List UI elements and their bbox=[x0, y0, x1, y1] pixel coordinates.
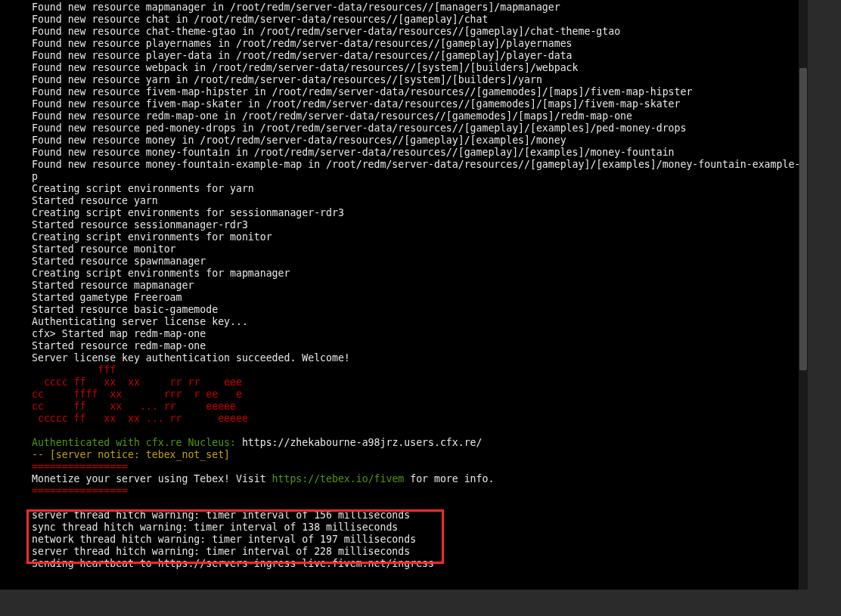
terminal-text-segment: Started resource sessionmanager-rdr3 bbox=[32, 219, 248, 231]
terminal-line: Found new resource money-fountain-exampl… bbox=[32, 159, 808, 183]
terminal-text-segment: Authenticating server license key... bbox=[32, 316, 248, 327]
terminal-text-segment: Creating script environments for mapmana… bbox=[32, 268, 290, 279]
terminal-text-segment: Found new resource chat in /root/redm/se… bbox=[32, 14, 488, 25]
terminal-text-segment: Creating script environments for yarn bbox=[32, 183, 254, 194]
terminal-text-segment: Creating script environments for monitor bbox=[32, 231, 272, 243]
terminal-line: Found new resource chat-theme-gtao in /r… bbox=[32, 26, 808, 38]
terminal-line: Started resource mapmanager bbox=[32, 280, 808, 292]
terminal-text-segment: Found new resource fivem-map-skater in /… bbox=[32, 98, 680, 110]
terminal-line: ================ bbox=[32, 461, 808, 473]
terminal-line: Started resource sessionmanager-rdr3 bbox=[32, 219, 808, 231]
terminal-text-segment: Started resource redm-map-one bbox=[32, 340, 206, 351]
terminal-text-segment: sync thread hitch warning: timer interva… bbox=[32, 522, 398, 533]
terminal-line: Sending heartbeat to https://servers-ing… bbox=[32, 558, 808, 570]
terminal-line: sync thread hitch warning: timer interva… bbox=[32, 522, 808, 534]
terminal-line: cc ff xx ... rr eeeee bbox=[32, 401, 808, 413]
terminal-text-segment: Started resource monitor bbox=[32, 243, 176, 255]
terminal-line: ================ bbox=[32, 485, 808, 497]
terminal-line: Found new resource fivem-map-skater in /… bbox=[32, 98, 808, 110]
terminal-text-segment: Started gametype Freeroam bbox=[32, 292, 182, 303]
terminal-text-segment: Found new resource mapmanager in /root/r… bbox=[32, 2, 560, 13]
terminal-text-segment: Sending heartbeat to https://servers-ing… bbox=[32, 558, 434, 569]
terminal-text-segment: server thread hitch warning: timer inter… bbox=[32, 546, 410, 557]
terminal-line: server thread hitch warning: timer inter… bbox=[32, 509, 808, 522]
terminal-line: Found new resource fivem-map-hipster in … bbox=[32, 86, 808, 98]
terminal-text-segment: Started resource yarn bbox=[32, 195, 158, 206]
terminal-line: Found new resource player-data in /root/… bbox=[32, 50, 808, 62]
scrollbar-thumb[interactable] bbox=[799, 68, 807, 370]
terminal-line: Started resource basic-gamemode bbox=[32, 304, 808, 316]
terminal-text-segment bbox=[32, 497, 38, 509]
terminal-line: Server license key authentication succee… bbox=[32, 352, 808, 364]
terminal-text-segment: Authenticated with cfx.re Nucleus: bbox=[32, 437, 236, 448]
terminal-line: Authenticating server license key... bbox=[32, 316, 808, 328]
terminal-line: Creating script environments for monitor bbox=[32, 231, 808, 243]
terminal-line: Found new resource chat in /root/redm/se… bbox=[32, 14, 808, 26]
terminal-text-segment: cc ff xx ... rr eeeee bbox=[32, 401, 272, 412]
terminal-text-segment: Found new resource redm-map-one in /root… bbox=[32, 110, 632, 122]
terminal-text-segment: Found new resource money-fountain in /ro… bbox=[32, 147, 675, 158]
terminal-line: Creating script environments for session… bbox=[32, 207, 808, 219]
terminal-line: cc ffff xx rrr r ee e bbox=[32, 388, 808, 401]
terminal-text-segment: cccc ff xx xx rr rr eee bbox=[32, 376, 272, 388]
terminal-window[interactable]: Found new resource mapmanager in /root/r… bbox=[0, 0, 808, 590]
terminal-text-segment: cc ffff xx rrr r ee e bbox=[32, 388, 272, 400]
terminal-line: Started gametype Freeroam bbox=[32, 292, 808, 304]
terminal-line: network thread hitch warning: timer inte… bbox=[32, 534, 808, 546]
terminal-line: Found new resource ped-money-drops in /r… bbox=[32, 122, 808, 135]
terminal-line: cccc ff xx xx rr rr eee bbox=[32, 376, 808, 388]
terminal-line: Found new resource money-fountain in /ro… bbox=[32, 147, 808, 159]
terminal-text-segment: network thread hitch warning: timer inte… bbox=[32, 534, 416, 545]
terminal-text-segment: Started resource spawnmanager bbox=[32, 255, 206, 267]
terminal-text-segment: Started resource mapmanager bbox=[32, 280, 194, 291]
terminal-text-segment: Creating script environments for session… bbox=[32, 207, 344, 218]
terminal-text-segment: https://zhekabourne-a98jrz.users.cfx.re/ bbox=[236, 437, 483, 448]
terminal-text-segment: server thread hitch warning: timer inter… bbox=[32, 509, 410, 521]
terminal-text-segment: Started resource basic-gamemode bbox=[32, 304, 218, 315]
terminal-line: Monetize your server using Tebex! Visit … bbox=[32, 473, 808, 485]
terminal-text-segment: ================ bbox=[32, 461, 128, 472]
terminal-text-segment: Found new resource fivem-map-hipster in … bbox=[32, 86, 692, 98]
terminal-line: Found new resource yarn in /root/redm/se… bbox=[32, 74, 808, 86]
terminal-text-segment: Found new resource money-fountain-exampl… bbox=[32, 159, 808, 182]
terminal-text-segment: for more info. bbox=[404, 473, 494, 484]
terminal-text-segment: Found new resource ped-money-drops in /r… bbox=[32, 122, 686, 134]
scrollbar-track[interactable] bbox=[799, 0, 808, 590]
terminal-text-segment: Found new resource money in /root/redm/s… bbox=[32, 135, 566, 146]
terminal-line: ccccc ff xx xx ... rr eeeee bbox=[32, 413, 808, 425]
terminal-line: Authenticated with cfx.re Nucleus: https… bbox=[32, 437, 808, 449]
terminal-text-segment: cfx> Started map redm-map-one bbox=[32, 328, 206, 339]
terminal-line: server thread hitch warning: timer inter… bbox=[32, 546, 808, 558]
terminal-line bbox=[32, 425, 808, 437]
terminal-text-segment: Monetize your server using Tebex! Visit bbox=[32, 473, 272, 484]
terminal-text-segment bbox=[32, 425, 38, 436]
terminal-line: cfx> Started map redm-map-one bbox=[32, 328, 808, 340]
terminal-text-segment: Found new resource chat-theme-gtao in /r… bbox=[32, 26, 620, 37]
terminal-text-segment: Server license key authentication succee… bbox=[32, 352, 350, 364]
terminal-line: Started resource monitor bbox=[32, 243, 808, 255]
terminal-text-segment: Found new resource yarn in /root/redm/se… bbox=[32, 74, 542, 85]
terminal-line: -- [server notice: tebex_not_set] bbox=[32, 449, 808, 461]
terminal-text-segment: ================ bbox=[32, 485, 128, 497]
terminal-line: Found new resource redm-map-one in /root… bbox=[32, 110, 808, 122]
terminal-line: Found new resource mapmanager in /root/r… bbox=[32, 2, 808, 14]
terminal-text-segment: fff bbox=[32, 364, 272, 376]
terminal-line: Started resource spawnmanager bbox=[32, 255, 808, 268]
terminal-line: fff bbox=[32, 364, 808, 376]
terminal-text-segment: https://tebex.io/fivem bbox=[272, 473, 405, 484]
terminal-line bbox=[32, 497, 808, 509]
terminal-line: Found new resource webpack in /root/redm… bbox=[32, 62, 808, 74]
terminal-text-segment: Found new resource player-data in /root/… bbox=[32, 50, 573, 61]
terminal-line: Creating script environments for yarn bbox=[32, 183, 808, 195]
terminal-text-segment: Found new resource playernames in /root/… bbox=[32, 38, 573, 49]
terminal-line: Found new resource money in /root/redm/s… bbox=[32, 135, 808, 147]
terminal-text-segment: ccccc ff xx xx ... rr eeeee bbox=[32, 413, 278, 424]
terminal-line: Started resource redm-map-one bbox=[32, 340, 808, 352]
terminal-line: Creating script environments for mapmana… bbox=[32, 268, 808, 280]
terminal-text-segment: -- [server notice: tebex_not_set] bbox=[32, 449, 230, 460]
terminal-line: Started resource yarn bbox=[32, 195, 808, 207]
terminal-line: Found new resource playernames in /root/… bbox=[32, 38, 808, 50]
terminal-output: Found new resource mapmanager in /root/r… bbox=[0, 0, 808, 570]
terminal-text-segment: Found new resource webpack in /root/redm… bbox=[32, 62, 579, 73]
